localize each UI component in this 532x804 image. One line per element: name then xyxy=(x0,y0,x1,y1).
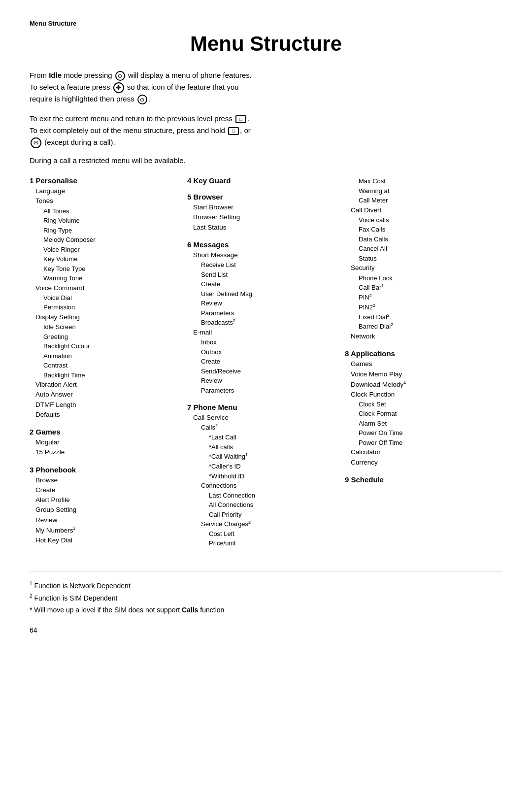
intro-section: From Idle mode pressing ⊙ will display a… xyxy=(30,69,502,165)
list-item: Vibration Alert xyxy=(35,380,182,390)
list-item: Review xyxy=(35,515,182,525)
menu-col-3: Max Cost Warning at Call Meter Call Dive… xyxy=(345,176,502,556)
nav-icon: ✥ xyxy=(113,82,124,93)
section-8-title: 8 Applications xyxy=(345,349,498,358)
list-item: Alert Profile xyxy=(35,495,182,505)
footnote-1: 1 Function is Network Dependent xyxy=(30,579,502,592)
menu-section-phonemenu-cont: Max Cost Warning at Call Meter Call Dive… xyxy=(345,176,498,341)
list-item: Data Calls xyxy=(359,234,498,244)
list-item: Voice Dial xyxy=(43,293,182,303)
list-item: Create xyxy=(201,279,340,289)
list-item: Call Divert xyxy=(351,205,498,215)
menu-section-messages: 6 Messages Short Message Receive List Se… xyxy=(187,240,340,395)
list-item: Inbox xyxy=(201,337,340,347)
menu-section-personalise: 1 Personalise Language Tones All Tones R… xyxy=(30,176,182,420)
back-button-icon2: □ xyxy=(228,127,239,135)
section-5-title: 5 Browser xyxy=(187,193,340,201)
list-item: Key Volume xyxy=(43,254,182,264)
menu-grid: 1 Personalise Language Tones All Tones R… xyxy=(30,176,502,556)
list-item: Permission xyxy=(43,302,182,312)
list-item: Backlight Colour xyxy=(43,341,182,351)
list-item: Receive List xyxy=(201,260,340,270)
menu-section-schedule: 9 Schedule xyxy=(345,475,498,484)
list-item: Clock Format xyxy=(359,409,498,419)
section-3-title: 3 Phonebook xyxy=(30,466,182,474)
list-item: Group Setting xyxy=(35,505,182,515)
section-9-title: 9 Schedule xyxy=(345,475,498,484)
list-item: Outbox xyxy=(201,347,340,357)
list-item: User Defined Msg xyxy=(201,289,340,299)
list-item: Parameters xyxy=(201,308,340,318)
list-item: Browser Setting xyxy=(193,212,340,222)
list-item: Connections xyxy=(201,481,340,491)
list-item: Last Connection xyxy=(209,491,340,501)
list-item: Broadcasts2 xyxy=(201,318,340,328)
menu-section-games: 2 Games Mogular 15 Puzzle xyxy=(30,428,182,458)
list-item: Service Charges2 xyxy=(201,519,340,529)
list-item: My Numbers2 xyxy=(35,525,182,536)
section-6-title: 6 Messages xyxy=(187,240,340,249)
list-item: DTMF Length xyxy=(35,400,182,410)
footnotes-section: 1 Function is Network Dependent 2 Functi… xyxy=(30,571,502,616)
list-item: *Caller's ID xyxy=(209,462,340,471)
list-item: Key Tone Type xyxy=(43,264,182,274)
list-item: Currency xyxy=(351,458,498,468)
list-item: Ring Volume xyxy=(43,216,182,226)
restricted-text: During a call a restricted menu will be … xyxy=(30,156,502,165)
list-item: Calculator xyxy=(351,447,498,457)
list-item: Backlight Time xyxy=(43,370,182,380)
list-item: Send List xyxy=(201,270,340,280)
list-item: Auto Answer xyxy=(35,390,182,400)
ok-button-icon: ⊙ xyxy=(115,71,125,81)
list-item: Clock Function xyxy=(351,390,498,400)
list-item: 15 Puzzle xyxy=(35,447,182,457)
list-item: Alarm Set xyxy=(359,419,498,429)
list-item: Start Browser xyxy=(193,202,340,212)
list-item: Warning Tone xyxy=(43,273,182,283)
list-item: Display Setting xyxy=(35,312,182,322)
list-item: Ring Type xyxy=(43,226,182,235)
list-item: Send/Receive xyxy=(201,367,340,376)
list-item: Price/unit xyxy=(209,538,340,548)
list-item: Browse xyxy=(35,475,182,485)
list-item: Cancel All xyxy=(359,244,498,254)
list-item: Create xyxy=(201,357,340,367)
list-item: Parameters xyxy=(201,386,340,396)
list-item: Review xyxy=(201,376,340,386)
list-item: *Last Call xyxy=(209,433,340,442)
list-item: Language xyxy=(35,186,182,196)
list-item: Review xyxy=(201,299,340,308)
menu-section-keyguard: 4 Key Guard xyxy=(187,176,340,185)
section-7-title: 7 Phone Menu xyxy=(187,403,340,411)
list-item: PIN22 xyxy=(359,302,498,312)
list-item: PIN2 xyxy=(359,293,498,302)
menu-section-phonebook: 3 Phonebook Browse Create Alert Profile … xyxy=(30,466,182,545)
list-item: *Withhold ID xyxy=(209,471,340,481)
list-item: Tones xyxy=(35,196,182,206)
list-item: Mogular xyxy=(35,437,182,447)
menu-col-1: 1 Personalise Language Tones All Tones R… xyxy=(30,176,187,556)
list-item: Fixed Dial2 xyxy=(359,312,498,322)
list-item: Clock Set xyxy=(359,400,498,409)
list-item: Power On Time xyxy=(359,428,498,438)
list-item: Call Meter xyxy=(359,196,498,205)
list-item: Max Cost xyxy=(359,176,498,186)
list-item: All Connections xyxy=(209,500,340,510)
list-item: Cost Left xyxy=(209,529,340,539)
list-item: Games xyxy=(351,359,498,369)
footnote-2: 2 Function is SIM Dependent xyxy=(30,592,502,604)
header-label: Menu Structure xyxy=(30,20,502,27)
list-item: Defaults xyxy=(35,410,182,420)
list-item: Voice Command xyxy=(35,283,182,293)
list-item: Greeting xyxy=(43,332,182,342)
list-item: Animation xyxy=(43,351,182,361)
section-2-title: 2 Games xyxy=(30,428,182,436)
list-item: Call Priority xyxy=(209,510,340,520)
page-title: Menu Structure xyxy=(30,32,502,56)
list-item: Create xyxy=(35,485,182,495)
ok-button-icon2: ⊙ xyxy=(137,95,147,104)
list-item: Short Message xyxy=(193,250,340,260)
list-item: Phone Lock xyxy=(359,273,498,283)
list-item: *Call Waiting1 xyxy=(209,452,340,462)
list-item: Contrast xyxy=(43,361,182,370)
